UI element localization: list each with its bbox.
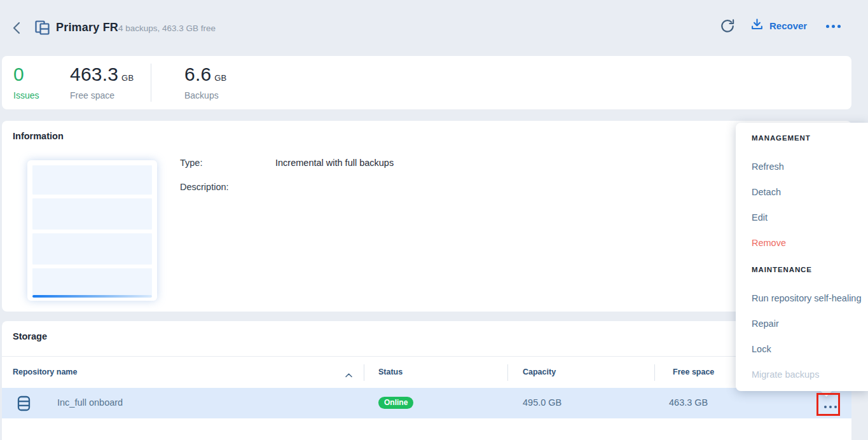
information-title: Information [13, 131, 64, 141]
menu-item-lock[interactable]: Lock [752, 344, 771, 354]
capacity-value: 495.0 GB [523, 397, 561, 408]
field-type: Type: Incremental with full backups [180, 158, 202, 168]
page-title: Primary FR [56, 21, 118, 34]
top-bar: Primary FR 4 backups, 463.3 GB free Reco… [0, 0, 868, 56]
table-row[interactable]: Inc_full onboard Online 495.0 GB 463.3 G… [2, 388, 851, 418]
menu-item-run-repository-self-healing[interactable]: Run repository self-healing [752, 293, 861, 303]
description-label: Description: [180, 182, 229, 192]
type-value: Incremental with full backups [275, 158, 394, 168]
preview-block [32, 233, 152, 265]
sort-ascending-icon[interactable] [345, 369, 353, 381]
free-space-value: 463.3 [70, 64, 118, 85]
menu-item-migrate-backups[interactable]: Migrate backups [752, 369, 819, 380]
recover-button[interactable]: Recover [750, 18, 807, 33]
repository-preview [27, 160, 157, 301]
refresh-button[interactable] [719, 18, 736, 35]
stat-free-space: 463.3 GB Free space [70, 64, 134, 100]
column-divider [654, 364, 655, 381]
preview-block [32, 198, 152, 230]
preview-block [32, 165, 152, 195]
repository-name: Inc_full onboard [57, 397, 123, 408]
column-capacity[interactable]: Capacity [523, 357, 556, 388]
storage-card: Storage Repository name Status Capacity … [2, 321, 851, 440]
free-space-value: 463.3 GB [669, 397, 708, 408]
issues-label: Issues [13, 90, 39, 100]
column-status[interactable]: Status [378, 357, 403, 388]
chevron-left-icon [11, 21, 22, 37]
backups-value: 6.6 [184, 64, 211, 85]
summary-card: 0 Issues 463.3 GB Free space 6.6 GB Back… [2, 56, 851, 109]
refresh-icon [720, 26, 735, 36]
information-card: Information Type: Incremental with full … [2, 121, 851, 312]
menu-item-refresh[interactable]: Refresh [752, 162, 784, 172]
menu-section-maintenance: MAINTENANCE [752, 266, 812, 273]
free-space-label: Free space [70, 90, 134, 100]
ellipsis-icon [826, 25, 829, 28]
back-button[interactable] [8, 20, 25, 37]
menu-section-management: MANAGEMENT [752, 134, 811, 142]
table-header: Repository name Status Capacity Free spa… [2, 357, 851, 388]
menu-item-edit[interactable]: Edit [752, 212, 768, 223]
storage-title: Storage [13, 331, 47, 341]
stat-issues: 0 Issues [13, 64, 39, 100]
column-free-space[interactable]: Free space [673, 357, 714, 388]
highlight-box [816, 393, 840, 416]
download-icon [750, 18, 764, 33]
status-badge: Online [378, 397, 413, 409]
context-menu: MANAGEMENT Refresh Detach Edit Remove MA… [736, 123, 868, 391]
repository-group-icon [34, 19, 51, 39]
column-divider [507, 364, 508, 381]
recover-label: Recover [769, 20, 807, 31]
menu-item-repair[interactable]: Repair [752, 319, 779, 329]
field-description: Description: [180, 182, 229, 192]
preview-progress-bar [32, 295, 152, 298]
database-icon [17, 395, 31, 414]
backups-label: Backups [184, 90, 227, 100]
type-label: Type: [180, 158, 202, 168]
stat-backups: 6.6 GB Backups [184, 64, 227, 100]
free-space-unit: GB [121, 73, 134, 85]
preview-block [32, 268, 152, 296]
column-divider [364, 364, 364, 381]
stats-divider [151, 64, 151, 102]
column-repository-name[interactable]: Repository name [13, 357, 77, 388]
menu-item-remove[interactable]: Remove [752, 238, 786, 248]
more-actions-button[interactable] [826, 23, 841, 29]
page-subtitle: 4 backups, 463.3 GB free [118, 24, 216, 33]
menu-item-detach[interactable]: Detach [752, 187, 781, 197]
backups-unit: GB [214, 73, 226, 85]
issues-value: 0 [13, 64, 24, 85]
page: Primary FR 4 backups, 463.3 GB free Reco… [0, 0, 868, 440]
